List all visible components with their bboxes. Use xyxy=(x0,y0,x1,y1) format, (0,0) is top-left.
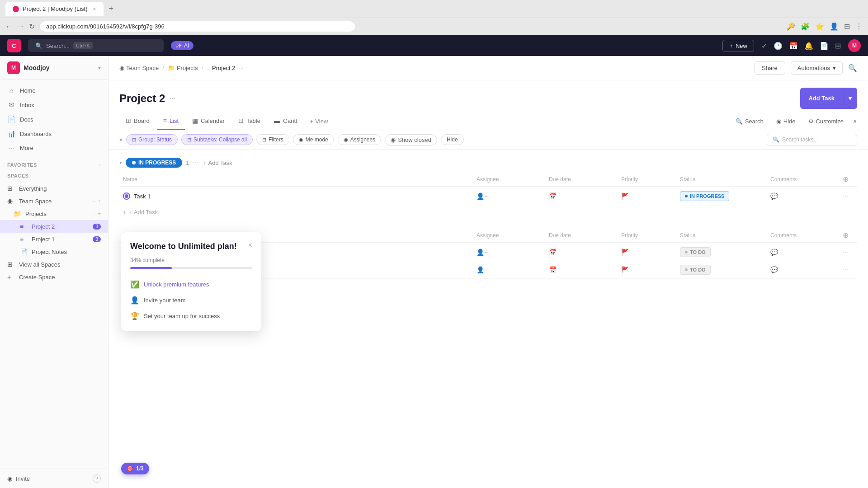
chip-hide[interactable]: Hide xyxy=(441,134,464,145)
refresh-button[interactable]: ↻ xyxy=(29,22,35,31)
chip-filters[interactable]: ⊟ Filters xyxy=(256,134,289,145)
ai-badge[interactable]: ✨ AI xyxy=(171,41,193,50)
chip-assignees[interactable]: ◉ Assignees xyxy=(338,134,381,145)
sidebar-item-project-2[interactable]: ≡ Project 2 3 xyxy=(0,220,108,233)
task2-due-date[interactable]: 📅 xyxy=(545,249,618,256)
to-do-col-add[interactable]: ⊕ xyxy=(839,231,857,239)
status-add-task-in-progress[interactable]: + Add Task xyxy=(203,160,232,166)
task1-assignee[interactable]: 👤+ xyxy=(473,192,545,200)
browser-tab[interactable]: Project 2 | Moodjoy (List) × xyxy=(5,2,104,16)
filter-collapse-icon[interactable]: ▾ xyxy=(119,136,123,143)
help-button[interactable]: ? xyxy=(93,474,101,483)
bookmark-icon[interactable]: ⭐ xyxy=(815,22,824,31)
task1-due-date[interactable]: 📅 xyxy=(545,192,618,200)
breadcrumb-more[interactable]: ··· xyxy=(239,65,244,71)
sidebar-item-more[interactable]: ··· More xyxy=(0,141,108,155)
task2-priority[interactable]: 🚩 xyxy=(618,249,676,256)
sidebar-item-team-space[interactable]: ◉ Team Space ··· + xyxy=(0,195,108,207)
automations-button[interactable]: Automations ▾ xyxy=(791,61,843,75)
task2-actions[interactable]: ··· xyxy=(839,248,857,256)
chip-show-closed[interactable]: ◉ Show closed xyxy=(385,134,437,145)
share-button[interactable]: Share xyxy=(754,61,785,75)
task3-priority[interactable]: 🚩 xyxy=(618,266,676,273)
status-badge-in-progress[interactable]: IN PROGRESS xyxy=(126,158,182,168)
task3-due-date[interactable]: 📅 xyxy=(545,266,618,273)
view-collapse-button[interactable]: ∧ xyxy=(853,117,857,125)
search-tasks-input[interactable]: 🔍 Search tasks... xyxy=(767,134,857,145)
task3-comments[interactable]: 💬 xyxy=(767,266,839,273)
sidebar-toggle-icon[interactable]: ⊟ xyxy=(844,22,850,31)
in-progress-more[interactable]: ··· xyxy=(193,159,199,167)
task2-comments[interactable]: 💬 xyxy=(767,249,839,256)
task3-assignee[interactable]: 👤+ xyxy=(473,266,545,273)
tab-calendar[interactable]: ▦ Calendar xyxy=(186,113,231,130)
forward-button[interactable]: → xyxy=(17,23,24,31)
sidebar-item-dashboards[interactable]: 📊 Dashboards xyxy=(0,127,108,141)
chip-group-status[interactable]: ⊞ Group: Status xyxy=(126,134,178,145)
grid-icon[interactable]: ⊞ xyxy=(835,42,841,50)
task1-status[interactable]: IN PROGRESS xyxy=(676,191,767,201)
sidebar-item-inbox[interactable]: ✉ Inbox xyxy=(0,98,108,112)
clock-icon[interactable]: 🕐 xyxy=(774,42,783,50)
header-avatar[interactable]: M xyxy=(848,39,861,52)
breadcrumb-current[interactable]: ≡ Project 2 xyxy=(207,65,235,71)
projects-add[interactable]: + xyxy=(98,211,101,217)
sidebar-item-create-space[interactable]: + Create Space xyxy=(0,271,108,283)
sidebar-invite[interactable]: ◉ Invite ? xyxy=(0,469,108,488)
projects-more[interactable]: ··· xyxy=(91,211,96,217)
add-task-in-progress-row[interactable]: + + Add Task xyxy=(119,205,857,219)
url-input[interactable]: app.clickup.com/9016164592/v/l/8cpfg7g-3… xyxy=(39,21,356,32)
chip-subtasks[interactable]: ⊟ Subtasks: Collapse all xyxy=(181,134,253,145)
tab-table[interactable]: ⊟ Table xyxy=(232,113,267,130)
sidebar-item-home[interactable]: ⌂ Home xyxy=(0,84,108,98)
task3-actions[interactable]: ··· xyxy=(839,266,857,274)
notification-icon[interactable]: 🔔 xyxy=(804,42,813,50)
sidebar-item-project-1[interactable]: ≡ Project 1 3 xyxy=(0,233,108,245)
breadcrumb-team-space[interactable]: ◉ Team Space xyxy=(119,65,159,71)
team-space-add[interactable]: + xyxy=(98,198,101,204)
customize-action[interactable]: ⚙ Customize xyxy=(805,116,847,127)
task3-status[interactable]: TO DO xyxy=(676,265,767,275)
sidebar-item-project-notes[interactable]: 📄 Project Notes xyxy=(0,245,108,258)
check-icon[interactable]: ✓ xyxy=(761,42,767,50)
hide-action[interactable]: ◉ Hide xyxy=(773,116,799,127)
sidebar-item-projects[interactable]: 📁 Projects ··· + xyxy=(0,207,108,220)
document-icon[interactable]: 📄 xyxy=(820,42,829,50)
unlock-link[interactable]: Unlock premium features xyxy=(144,281,209,288)
task1-priority[interactable]: 🚩 xyxy=(618,192,676,200)
tab-close-button[interactable]: × xyxy=(93,6,96,12)
search-action[interactable]: 🔍 Search xyxy=(732,116,767,127)
sidebar-item-view-all-spaces[interactable]: ⊞ View all Spaces xyxy=(0,258,108,271)
status-collapse-in-progress[interactable]: ▾ xyxy=(119,160,122,166)
overlay-item-invite[interactable]: 👤 Invite your team xyxy=(130,292,252,308)
add-view-button[interactable]: + View xyxy=(305,113,334,129)
sidebar-item-docs[interactable]: 📄 Docs xyxy=(0,112,108,127)
task1-comments[interactable]: 💬 xyxy=(767,192,839,200)
col-add[interactable]: ⊕ xyxy=(839,175,857,183)
profile-icon[interactable]: 👤 xyxy=(830,22,839,31)
tab-gantt[interactable]: ▬ Gantt xyxy=(268,113,304,130)
tab-board[interactable]: ⊞ Board xyxy=(119,113,156,130)
calendar-icon[interactable]: 📅 xyxy=(789,42,798,50)
overlay-item-setup[interactable]: 🏆 Set your team up for success xyxy=(130,308,252,324)
header-search[interactable]: 🔍 Search... Ctrl+K xyxy=(28,39,164,52)
task2-status[interactable]: TO DO xyxy=(676,247,767,257)
breadcrumb-projects[interactable]: 📁 Projects xyxy=(168,65,198,71)
tab-list[interactable]: ≡ List xyxy=(157,113,185,130)
sidebar-item-everything[interactable]: ⊞ Everything xyxy=(0,182,108,195)
task1-actions[interactable]: ··· xyxy=(839,192,857,200)
task2-assignee[interactable]: 👤+ xyxy=(473,249,545,256)
breadcrumb-search-icon[interactable]: 🔍 xyxy=(848,64,857,72)
overlay-close-button[interactable]: × xyxy=(248,241,252,249)
add-task-arrow[interactable]: ▾ xyxy=(843,91,857,105)
overlay-item-unlock[interactable]: ✅ Unlock premium features xyxy=(130,277,252,292)
floating-badge[interactable]: 🎯 1/3 xyxy=(121,463,149,474)
workspace-switcher[interactable]: M Moodjoy ▾ xyxy=(0,56,108,80)
task1-name[interactable]: Task 1 xyxy=(134,193,151,200)
chip-me-mode[interactable]: ◉ Me mode xyxy=(293,134,334,145)
page-title-more[interactable]: ··· xyxy=(170,94,175,103)
add-task-button[interactable]: Add Task ▾ xyxy=(800,88,857,109)
team-space-more[interactable]: ··· xyxy=(91,198,96,204)
new-tab-button[interactable]: + xyxy=(109,4,114,14)
back-button[interactable]: ← xyxy=(5,23,13,31)
